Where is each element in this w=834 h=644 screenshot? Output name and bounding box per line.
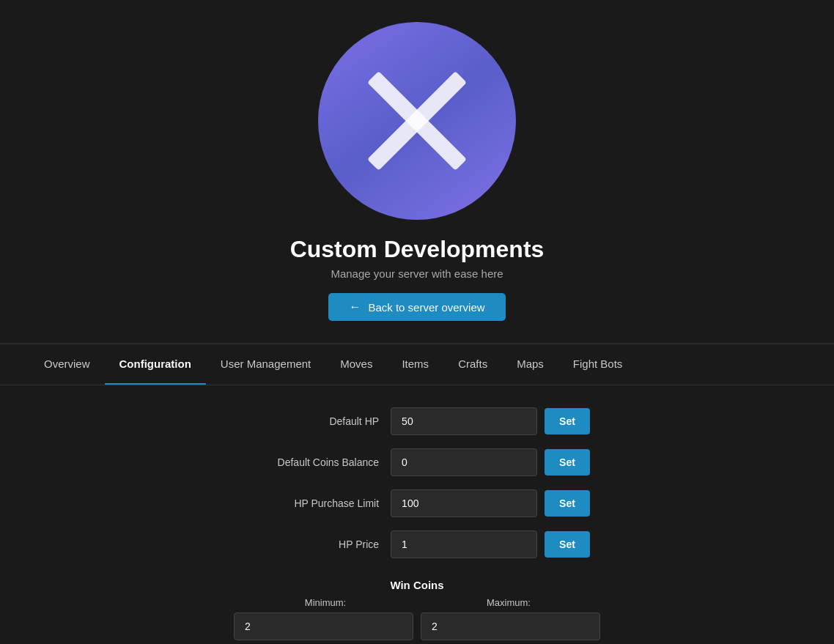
win-coins-section: Win Coins Minimum: Maximum: bbox=[0, 579, 834, 640]
default-hp-row: Default HP Set bbox=[0, 407, 834, 435]
back-to-server-button[interactable]: ← Back to server overview bbox=[328, 293, 505, 321]
header-section: Custom Developments Manage your server w… bbox=[0, 0, 834, 343]
app-title: Custom Developments bbox=[290, 236, 545, 263]
tab-user-management[interactable]: User Management bbox=[206, 344, 325, 385]
win-coins-inputs bbox=[234, 612, 600, 640]
hp-purchase-limit-label: HP Purchase Limit bbox=[244, 497, 391, 509]
tab-items[interactable]: Items bbox=[387, 344, 443, 385]
hp-purchase-limit-row: HP Purchase Limit Set bbox=[0, 489, 834, 517]
tab-moves[interactable]: Moves bbox=[325, 344, 387, 385]
tab-overview[interactable]: Overview bbox=[29, 344, 105, 385]
win-coins-maximum-label: Maximum: bbox=[417, 597, 600, 608]
default-coins-balance-input[interactable] bbox=[391, 448, 537, 476]
back-button-label: Back to server overview bbox=[368, 301, 484, 314]
default-hp-label: Default HP bbox=[244, 415, 391, 427]
tab-configuration[interactable]: Configuration bbox=[105, 344, 206, 385]
hp-price-row: HP Price Set bbox=[0, 530, 834, 558]
hp-purchase-limit-set-button[interactable]: Set bbox=[545, 490, 590, 517]
configuration-content: Default HP Set Default Coins Balance Set… bbox=[0, 385, 834, 644]
navigation-tabs: Overview Configuration User Management M… bbox=[0, 344, 834, 385]
win-coins-maximum-input[interactable] bbox=[421, 612, 600, 640]
win-coins-title: Win Coins bbox=[390, 579, 443, 591]
default-coins-balance-row: Default Coins Balance Set bbox=[0, 448, 834, 476]
default-hp-input[interactable] bbox=[391, 407, 537, 435]
default-coins-balance-set-button[interactable]: Set bbox=[545, 449, 590, 475]
tab-fight-bots[interactable]: Fight Bots bbox=[558, 344, 638, 385]
default-hp-set-button[interactable]: Set bbox=[545, 408, 590, 434]
win-coins-minimum-input[interactable] bbox=[234, 612, 413, 640]
default-coins-balance-label: Default Coins Balance bbox=[244, 456, 391, 468]
app-logo bbox=[318, 22, 516, 220]
hp-purchase-limit-input[interactable] bbox=[391, 489, 537, 517]
hp-price-input[interactable] bbox=[391, 530, 537, 558]
win-coins-minimum-label: Minimum: bbox=[234, 597, 417, 608]
tab-crafts[interactable]: Crafts bbox=[443, 344, 502, 385]
back-arrow-icon: ← bbox=[349, 300, 361, 314]
hp-price-label: HP Price bbox=[244, 538, 391, 550]
logo-x-icon bbox=[358, 62, 476, 179]
app-subtitle: Manage your server with ease here bbox=[331, 267, 503, 280]
win-coins-labels: Minimum: Maximum: bbox=[234, 597, 600, 608]
hp-price-set-button[interactable]: Set bbox=[545, 531, 590, 558]
tab-maps[interactable]: Maps bbox=[502, 344, 558, 385]
